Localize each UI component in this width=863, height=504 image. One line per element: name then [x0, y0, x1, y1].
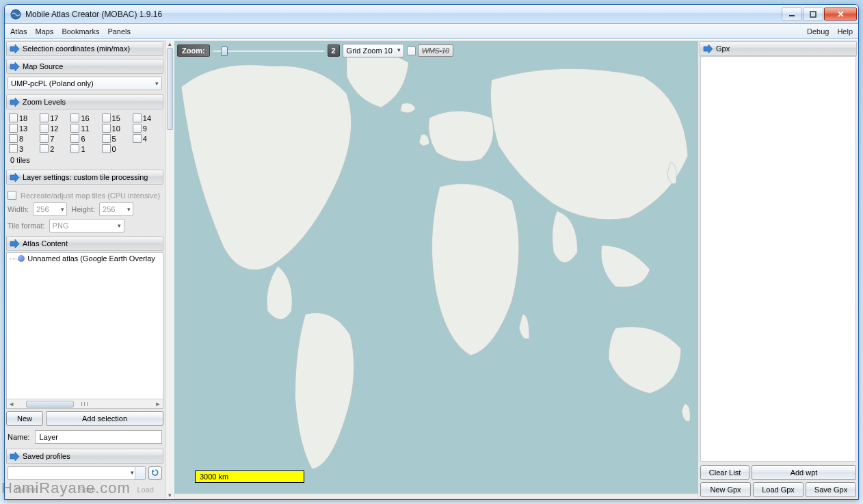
- section-atlas-content[interactable]: Atlas Content: [6, 236, 163, 251]
- titlebar[interactable]: Mobile Atlas Creator (MOBAC) 1.9.16: [5, 5, 858, 24]
- zoom-value: 2: [328, 44, 340, 57]
- gpx-list[interactable]: [700, 56, 856, 462]
- refresh-button[interactable]: [148, 466, 162, 480]
- app-icon: [10, 9, 21, 20]
- arrow-right-icon: [10, 173, 20, 182]
- refresh-icon: [151, 468, 159, 478]
- app-window: Mobile Atlas Creator (MOBAC) 1.9.16 Atla…: [4, 4, 859, 500]
- world-map: [174, 41, 698, 498]
- zoom-checkbox[interactable]: [9, 134, 18, 143]
- zoom-levels-grid: 18 17 16 15 14 13 12 11 10 9 8 7 6 5: [8, 112, 162, 155]
- content-area: Selection coordinates (min/max) Map Sour…: [5, 39, 858, 499]
- zoom-checkbox[interactable]: [133, 134, 142, 143]
- sidebar-scrollbar[interactable]: ▴ ▾: [165, 40, 174, 499]
- map-viewport[interactable]: Zoom: 2 Grid Zoom 10 WMS-10 3000 km: [174, 41, 698, 498]
- map-toolbar: Zoom: 2 Grid Zoom 10 WMS-10: [177, 44, 453, 57]
- scale-bar: 3000 km: [195, 470, 304, 483]
- section-label: Map Source: [23, 62, 63, 70]
- svg-rect-2: [789, 15, 795, 16]
- load-gpx-button[interactable]: Load Gpx: [753, 482, 804, 497]
- section-label: Layer settings: custom tile processing: [23, 173, 148, 181]
- section-map-source[interactable]: Map Source: [6, 59, 163, 74]
- tile-format-label: Tile format:: [8, 222, 45, 230]
- zoom-checkbox[interactable]: [133, 114, 142, 122]
- section-label: Zoom Levels: [23, 98, 66, 106]
- right-panel: Gpx Clear List Add wpt New Gpx Load Gpx …: [698, 40, 858, 499]
- arrow-right-icon: [10, 44, 20, 53]
- menubar: Atlas Maps Bookmarks Panels Debug Help: [5, 24, 858, 39]
- recreate-label: Recreate/adjust map tiles (CPU intensive…: [21, 191, 160, 200]
- section-label: Saved profiles: [23, 452, 70, 460]
- height-input[interactable]: 256: [99, 202, 133, 216]
- minimize-button[interactable]: [782, 8, 802, 21]
- zoom-label: Zoom:: [177, 44, 210, 57]
- menu-debug[interactable]: Debug: [807, 27, 829, 36]
- arrow-right-icon: [703, 44, 713, 53]
- maximize-button[interactable]: [803, 8, 823, 21]
- add-wpt-button[interactable]: Add wpt: [752, 465, 856, 480]
- width-input[interactable]: 256: [33, 202, 67, 216]
- name-label: Name:: [8, 433, 29, 441]
- section-selection-coords[interactable]: Selection coordinates (min/max): [6, 41, 163, 56]
- height-label: Height:: [71, 205, 95, 213]
- grid-zoom-select[interactable]: Grid Zoom 10: [343, 44, 404, 57]
- zoom-checkbox[interactable]: [70, 114, 79, 122]
- section-layer-settings[interactable]: Layer settings: custom tile processing: [6, 170, 163, 185]
- zoom-checkbox[interactable]: [102, 114, 111, 122]
- menu-bookmarks[interactable]: Bookmarks: [62, 27, 99, 36]
- zoom-checkbox[interactable]: [9, 124, 18, 133]
- arrow-right-icon: [10, 239, 20, 248]
- zoom-checkbox[interactable]: [9, 114, 18, 122]
- wms-checkbox[interactable]: [407, 47, 416, 55]
- arrow-right-icon: [10, 98, 20, 107]
- profile-select[interactable]: [8, 466, 146, 480]
- tree-root-node[interactable]: ····· Unnamed atlas (Google Earth Overla…: [7, 253, 163, 264]
- section-label: Selection coordinates (min/max): [23, 44, 130, 53]
- arrow-right-icon: [10, 452, 20, 461]
- section-saved-profiles[interactable]: Saved profiles: [6, 449, 163, 464]
- window-title: Mobile Atlas Creator (MOBAC) 1.9.16: [25, 10, 162, 19]
- section-label: Atlas Content: [23, 239, 68, 248]
- zoom-checkbox[interactable]: [70, 124, 79, 133]
- section-zoom-levels[interactable]: Zoom Levels: [6, 94, 163, 109]
- name-input[interactable]: Layer: [35, 430, 162, 444]
- zoom-checkbox[interactable]: [70, 134, 79, 143]
- zoom-checkbox[interactable]: [40, 144, 49, 153]
- wms-field[interactable]: WMS-10: [418, 44, 453, 57]
- tiles-count-label: 0 tiles: [8, 155, 162, 165]
- arrow-right-icon: [10, 62, 20, 71]
- zoom-checkbox[interactable]: [40, 114, 49, 122]
- tile-format-select[interactable]: PNG: [49, 219, 124, 233]
- new-gpx-button[interactable]: New Gpx: [700, 482, 751, 497]
- menu-panels[interactable]: Panels: [107, 27, 131, 36]
- left-sidebar: Selection coordinates (min/max) Map Sour…: [5, 40, 174, 499]
- zoom-checkbox[interactable]: [102, 124, 111, 133]
- new-button[interactable]: New: [6, 411, 43, 426]
- recreate-checkbox[interactable]: [8, 191, 16, 200]
- section-gpx[interactable]: Gpx: [700, 41, 857, 56]
- zoom-checkbox[interactable]: [9, 144, 18, 153]
- save-gpx-button[interactable]: Save Gpx: [806, 482, 856, 497]
- zoom-slider[interactable]: [213, 44, 325, 57]
- section-label: Gpx: [716, 44, 730, 53]
- zoom-checkbox[interactable]: [102, 134, 111, 143]
- menu-maps[interactable]: Maps: [35, 27, 53, 36]
- zoom-checkbox[interactable]: [70, 144, 79, 153]
- close-button[interactable]: [824, 8, 857, 21]
- svg-rect-3: [810, 12, 816, 17]
- map-source-select[interactable]: UMP-pcPL (Poland only): [8, 77, 162, 90]
- tree-scrollbar[interactable]: ◂ ııı ▸: [7, 399, 163, 408]
- load-profile-button[interactable]: Load: [132, 484, 159, 495]
- menu-help[interactable]: Help: [837, 27, 853, 36]
- add-selection-button[interactable]: Add selection: [46, 411, 163, 426]
- zoom-checkbox[interactable]: [102, 144, 111, 153]
- save-profile-button[interactable]: Save: [73, 484, 101, 495]
- zoom-checkbox[interactable]: [133, 124, 142, 133]
- atlas-tree[interactable]: ····· Unnamed atlas (Google Earth Overla…: [6, 252, 163, 409]
- window-controls: [782, 8, 857, 21]
- menu-atlas[interactable]: Atlas: [10, 27, 27, 36]
- clear-list-button[interactable]: Clear List: [700, 465, 749, 480]
- zoom-checkbox[interactable]: [40, 134, 49, 143]
- delete-profile-button[interactable]: Delete: [10, 484, 43, 495]
- zoom-checkbox[interactable]: [40, 124, 49, 133]
